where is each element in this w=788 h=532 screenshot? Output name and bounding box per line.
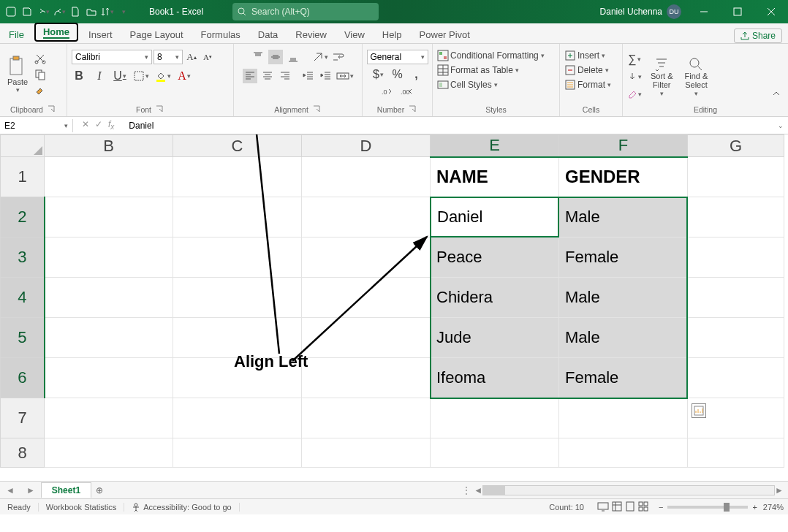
- font-color-button[interactable]: A▾: [177, 69, 192, 83]
- accounting-format-button[interactable]: $▾: [371, 67, 386, 82]
- cell[interactable]: Male: [559, 197, 688, 238]
- select-all-corner[interactable]: [1, 135, 45, 157]
- align-top-button[interactable]: [251, 50, 265, 64]
- tab-help[interactable]: Help: [374, 26, 411, 43]
- redo-icon[interactable]: ▾: [53, 5, 66, 18]
- zoom-level[interactable]: 274%: [763, 503, 784, 512]
- number-format-combo[interactable]: General▾: [367, 50, 428, 64]
- col-header[interactable]: B: [45, 135, 173, 157]
- cell[interactable]: Chidera: [431, 278, 559, 318]
- col-header[interactable]: G: [688, 135, 784, 157]
- copy-button[interactable]: [33, 67, 48, 82]
- find-select-button[interactable]: Find & Select▾: [682, 55, 711, 98]
- page-layout-view-button[interactable]: [625, 501, 635, 513]
- row-header[interactable]: 4: [1, 278, 45, 318]
- display-settings-button[interactable]: [597, 501, 609, 513]
- cell[interactable]: Female: [559, 238, 688, 278]
- increase-decimal-button[interactable]: .0: [381, 85, 395, 99]
- row-header[interactable]: 5: [1, 318, 45, 358]
- tab-home[interactable]: Home: [43, 26, 69, 39]
- merge-center-button[interactable]: ▾: [336, 69, 354, 83]
- dialog-launcher-icon[interactable]: [156, 105, 164, 114]
- row-header[interactable]: 8: [1, 438, 45, 468]
- tab-page-layout[interactable]: Page Layout: [121, 26, 192, 43]
- search-input[interactable]: Search (Alt+Q): [232, 3, 379, 20]
- cell[interactable]: Ifeoma: [431, 358, 559, 398]
- zoom-out-button[interactable]: −: [659, 503, 663, 512]
- borders-button[interactable]: ▾: [133, 69, 149, 83]
- row-header[interactable]: 6: [1, 358, 45, 398]
- sheet-nav-next[interactable]: ►: [20, 485, 41, 495]
- paste-button[interactable]: Paste▾: [4, 54, 31, 95]
- quick-analysis-button[interactable]: [692, 403, 706, 418]
- cancel-formula-button[interactable]: ✕: [82, 119, 89, 131]
- tab-data[interactable]: Data: [249, 26, 287, 43]
- cell[interactable]: Daniel: [431, 197, 559, 238]
- page-break-view-button[interactable]: [638, 501, 648, 513]
- font-size-combo[interactable]: 8▾: [154, 50, 183, 64]
- sort-icon[interactable]: ▾: [101, 5, 114, 18]
- align-bottom-button[interactable]: [286, 50, 300, 64]
- horizontal-scrollbar[interactable]: [482, 485, 775, 495]
- increase-font-button[interactable]: A▴: [184, 50, 199, 64]
- col-header[interactable]: F: [559, 135, 688, 157]
- tab-file[interactable]: File: [0, 26, 33, 43]
- underline-button[interactable]: U▾: [113, 69, 127, 83]
- zoom-slider[interactable]: [667, 506, 748, 509]
- align-right-button[interactable]: [278, 69, 292, 83]
- fill-button[interactable]: ▾: [627, 69, 642, 84]
- new-icon[interactable]: [69, 5, 82, 18]
- maximize-button[interactable]: [721, 0, 754, 23]
- format-cells-button[interactable]: Format▾: [564, 79, 611, 91]
- clear-button[interactable]: ▾: [627, 87, 642, 102]
- wrap-text-button[interactable]: [331, 50, 346, 64]
- percent-format-button[interactable]: %: [390, 67, 405, 82]
- tab-formulas[interactable]: Formulas: [192, 26, 249, 43]
- tab-power-pivot[interactable]: Power Pivot: [411, 26, 479, 43]
- col-header[interactable]: E: [431, 135, 559, 157]
- accessibility-status[interactable]: Accessibility: Good to go: [124, 503, 239, 512]
- conditional-formatting-button[interactable]: Conditional Formatting▾: [437, 50, 545, 61]
- share-button[interactable]: Share: [734, 28, 782, 43]
- cell[interactable]: Male: [559, 278, 688, 318]
- minimize-button[interactable]: [687, 0, 721, 23]
- decrease-font-button[interactable]: A▾: [200, 50, 215, 64]
- cell-styles-button[interactable]: Cell Styles▾: [437, 79, 498, 91]
- dialog-launcher-icon[interactable]: [409, 105, 417, 114]
- comma-format-button[interactable]: ,: [409, 67, 424, 82]
- format-painter-button[interactable]: [33, 83, 48, 98]
- insert-cells-button[interactable]: Insert▾: [564, 50, 605, 61]
- cell[interactable]: Peace: [431, 238, 559, 278]
- align-middle-button[interactable]: [268, 50, 283, 64]
- sheet-tab[interactable]: Sheet1: [41, 482, 91, 498]
- cell[interactable]: Female: [559, 358, 688, 398]
- decrease-indent-button[interactable]: [301, 69, 316, 83]
- increase-indent-button[interactable]: [319, 69, 333, 83]
- expand-formula-bar[interactable]: ⌄: [773, 122, 788, 129]
- tab-view[interactable]: View: [336, 26, 374, 43]
- zoom-in-button[interactable]: +: [752, 503, 757, 512]
- open-icon[interactable]: [85, 5, 98, 18]
- cell[interactable]: Jude: [431, 318, 559, 358]
- autosave-toggle[interactable]: [4, 5, 18, 18]
- row-header[interactable]: 1: [1, 157, 45, 197]
- col-header[interactable]: D: [302, 135, 431, 157]
- fill-color-button[interactable]: ▾: [155, 69, 171, 83]
- normal-view-button[interactable]: [612, 501, 622, 513]
- delete-cells-button[interactable]: Delete▾: [564, 64, 609, 76]
- format-as-table-button[interactable]: Format as Table▾: [437, 64, 519, 76]
- name-box[interactable]: E2▾: [0, 119, 73, 132]
- worksheet-grid[interactable]: B C D E F G 1NAMEGENDER 2DanielMale 3Pea…: [0, 134, 788, 481]
- dialog-launcher-icon[interactable]: [313, 105, 322, 114]
- save-icon[interactable]: [20, 5, 34, 18]
- align-left-button[interactable]: [243, 69, 257, 83]
- cell[interactable]: GENDER: [559, 157, 688, 197]
- orientation-button[interactable]: ▾: [312, 50, 328, 64]
- undo-icon[interactable]: ▾: [37, 5, 50, 18]
- new-sheet-button[interactable]: ⊕: [96, 485, 103, 495]
- decrease-decimal-button[interactable]: .00: [400, 85, 414, 99]
- enter-formula-button[interactable]: ✓: [95, 119, 102, 131]
- col-header[interactable]: C: [173, 135, 302, 157]
- bold-button[interactable]: B: [72, 69, 86, 83]
- user-account[interactable]: Daniel Uchenna DU: [600, 4, 681, 19]
